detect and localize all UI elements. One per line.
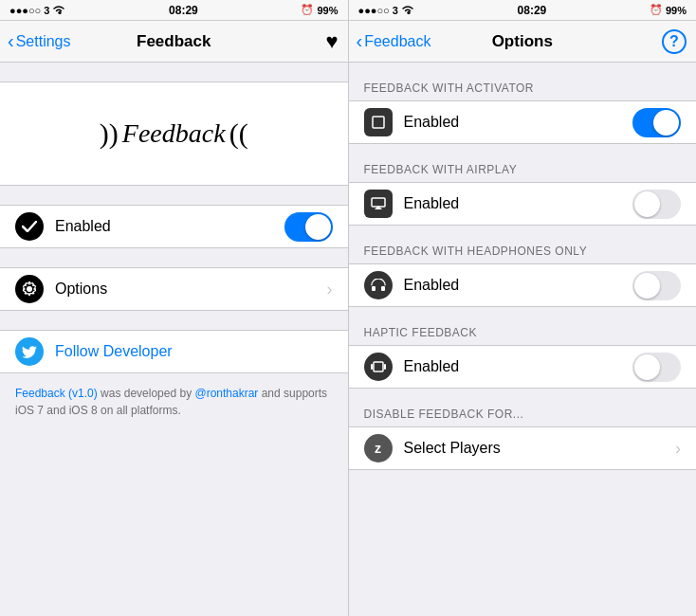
left-nav-bar: ‹ Settings Feedback ♥ [0,21,348,63]
options-label: Options [55,281,323,298]
check-icon [15,212,44,241]
left-time: 08:29 [169,4,198,17]
footer-link-version: Feedback (v1.0) [15,387,98,400]
z-letter: z [375,441,381,456]
footer-text: Feedback (v1.0) was developed by @rontha… [0,373,348,430]
battery-pct: 99% [317,5,338,16]
right-status-left: ●●●○○ 3 [358,5,414,16]
haptic-icon [364,353,393,381]
activator-toggle[interactable] [632,108,681,137]
right-wifi-icon [401,5,414,16]
logo-bracket-left: )) [100,118,119,150]
activator-section: Enabled [349,100,697,144]
carrier: 3 [44,5,49,16]
activator-enabled-row[interactable]: Enabled [349,101,697,143]
airplay-toggle[interactable] [632,190,681,219]
heart-button[interactable]: ♥ [325,29,338,54]
svg-rect-2 [372,198,385,207]
airplay-section-header: FEEDBACK WITH AIRPLAY [349,144,697,182]
svg-rect-4 [381,286,385,291]
left-status-right: ⏰ 99% [301,4,338,16]
wifi-icon [52,5,65,16]
right-back-button[interactable]: ‹ Feedback [357,32,431,50]
headphones-icon [364,271,393,299]
activator-icon [364,108,393,136]
haptic-enabled-label: Enabled [404,358,633,375]
select-players-label: Select Players [404,440,672,457]
airplay-enabled-row[interactable]: Enabled [349,183,697,225]
enabled-row[interactable]: Enabled [0,206,348,247]
gear-icon [15,275,44,303]
logo-bracket-right: (( [229,118,248,150]
right-back-label: Feedback [364,33,430,50]
options-section: Options › [0,267,348,311]
right-nav-bar: ‹ Feedback Options ? [349,21,697,63]
headphones-section-header: FEEDBACK WITH HEADPHONES ONLY [349,226,697,263]
main-settings-section: Enabled [0,205,348,248]
toggle-knob [305,214,331,240]
help-button[interactable]: ? [662,29,687,54]
haptic-toggle[interactable] [632,353,681,382]
right-status-right: ⏰ 99% [650,4,687,16]
headphones-section: Enabled [349,263,697,307]
right-carrier: 3 [393,5,398,16]
activator-enabled-label: Enabled [404,114,633,131]
left-nav-title: Feedback [137,32,211,51]
alarm-icon: ⏰ [301,4,314,16]
headphones-enabled-label: Enabled [404,277,633,294]
airplay-section: Enabled [349,182,697,226]
question-icon: ? [662,29,687,54]
svg-point-0 [27,287,31,291]
left-status-left: ●●●○○ 3 [9,5,65,16]
z-icon: z [364,434,393,462]
airplay-toggle-knob [634,191,660,217]
haptic-enabled-row[interactable]: Enabled [349,346,697,388]
disable-section: z Select Players › [349,426,697,470]
enabled-toggle[interactable] [284,212,333,242]
left-panel: ●●●○○ 3 08:29 ⏰ 99% ‹ Settings Feedback … [0,0,348,616]
right-panel: ●●●○○ 3 08:29 ⏰ 99% ‹ Feedback Options ?… [349,0,697,616]
follow-section: Follow Developer [0,330,348,373]
signal-dots: ●●●○○ [9,5,41,16]
options-row[interactable]: Options › [0,268,348,310]
left-content: )) Feedback (( Enabled [0,63,348,616]
enabled-label: Enabled [55,218,284,235]
headphones-toggle-knob [634,273,660,299]
select-players-row[interactable]: z Select Players › [349,427,697,469]
follow-label: Follow Developer [55,343,333,360]
airplay-enabled-label: Enabled [404,195,633,212]
footer-text-middle: was developed by [101,387,194,400]
activator-section-header: FEEDBACK WITH ACTIVATOR [349,63,697,100]
back-chevron-icon: ‹ [8,31,14,50]
svg-rect-5 [374,362,383,371]
right-alarm-icon: ⏰ [650,4,663,16]
disable-section-header: DISABLE FEEDBACK FOR... [349,389,697,426]
right-content: FEEDBACK WITH ACTIVATOR Enabled FEEDBACK… [349,63,697,616]
airplay-icon [364,190,393,218]
headphones-toggle[interactable] [632,271,681,300]
right-back-chevron-icon: ‹ [357,31,363,50]
svg-rect-3 [372,286,375,291]
right-status-bar: ●●●○○ 3 08:29 ⏰ 99% [349,0,697,21]
left-back-button[interactable]: ‹ Settings [8,32,70,50]
logo-text: Feedback [122,118,226,149]
svg-rect-1 [373,117,384,128]
options-chevron: › [327,280,333,299]
right-battery-pct: 99% [666,5,687,16]
right-signal-dots: ●●●○○ [358,5,390,16]
logo-area: )) Feedback (( [0,82,348,186]
twitter-icon [15,337,44,366]
haptic-toggle-knob [634,354,660,380]
activator-toggle-knob [653,110,679,136]
right-time: 08:29 [518,4,547,17]
right-nav-title: Options [492,32,553,51]
footer-link-author: @ronthakrar [194,387,258,400]
left-status-bar: ●●●○○ 3 08:29 ⏰ 99% [0,0,348,21]
players-chevron: › [675,439,681,459]
back-label: Settings [16,33,71,50]
haptic-section: Enabled [349,345,697,389]
headphones-enabled-row[interactable]: Enabled [349,264,697,306]
follow-row[interactable]: Follow Developer [0,331,348,372]
haptic-section-header: HAPTIC FEEDBACK [349,307,697,345]
